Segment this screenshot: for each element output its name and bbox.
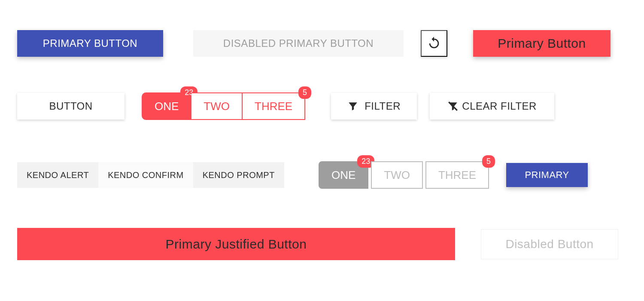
segmented-grey-item-three-label: THREE	[438, 169, 476, 182]
primary-small-label: PRIMARY	[525, 169, 569, 181]
segmented-grey-item-three-badge: 5	[482, 155, 495, 168]
disabled-button-label: Disabled Button	[505, 237, 593, 251]
kendo-confirm-label: KENDO CONFIRM	[108, 170, 184, 180]
segmented-red-item-three[interactable]: THREE 5	[243, 92, 305, 120]
segmented-red-item-one-label: ONE	[155, 100, 179, 113]
segmented-grey-item-three[interactable]: THREE 5	[425, 161, 489, 189]
segmented-red-item-two[interactable]: TWO	[191, 92, 243, 120]
primary-justified-label: Primary Justified Button	[166, 237, 307, 252]
segmented-grey-item-one[interactable]: ONE 23	[319, 161, 368, 189]
clear-filter-button[interactable]: CLEAR FILTER	[430, 93, 554, 120]
segmented-group-red: ONE 23 TWO THREE 5	[142, 92, 305, 120]
refresh-button[interactable]	[421, 30, 447, 57]
kendo-prompt-button[interactable]: KENDO PROMPT	[193, 162, 284, 188]
primary-justified-button[interactable]: Primary Justified Button	[17, 228, 455, 260]
kendo-prompt-label: KENDO PROMPT	[203, 170, 275, 180]
funnel-icon	[347, 101, 358, 112]
segmented-red-item-one[interactable]: ONE 23	[142, 92, 191, 120]
kendo-confirm-button[interactable]: KENDO CONFIRM	[98, 162, 193, 188]
refresh-icon	[427, 36, 441, 51]
primary-button-red-label: Primary Button	[498, 36, 586, 51]
primary-small-button[interactable]: PRIMARY	[506, 163, 588, 187]
default-button-label: BUTTON	[49, 100, 92, 112]
primary-button-blue-label: PRIMARY BUTTON	[43, 37, 137, 49]
segmented-red-item-three-label: THREE	[255, 100, 292, 113]
segmented-grey-item-two-label: TWO	[384, 169, 410, 182]
disabled-primary-button: DISABLED PRIMARY BUTTON	[193, 30, 404, 57]
filter-button[interactable]: FILTER	[331, 93, 417, 120]
primary-button-red[interactable]: Primary Button	[473, 30, 611, 57]
kendo-alert-button[interactable]: KENDO ALERT	[17, 162, 98, 188]
segmented-group-grey: ONE 23 TWO THREE 5	[319, 161, 489, 189]
primary-button-blue[interactable]: PRIMARY BUTTON	[17, 30, 163, 57]
disabled-primary-button-label: DISABLED PRIMARY BUTTON	[223, 37, 374, 49]
clear-filter-button-label: CLEAR FILTER	[462, 100, 537, 112]
funnel-clear-icon	[447, 101, 459, 112]
segmented-grey-item-one-label: ONE	[331, 169, 355, 182]
segmented-red-item-two-label: TWO	[204, 100, 230, 113]
disabled-button: Disabled Button	[481, 229, 618, 259]
filter-button-label: FILTER	[365, 100, 401, 112]
default-button[interactable]: BUTTON	[17, 93, 125, 120]
kendo-alert-label: KENDO ALERT	[27, 170, 89, 180]
segmented-red-item-three-badge: 5	[298, 86, 311, 99]
dialog-button-group: KENDO ALERT KENDO CONFIRM KENDO PROMPT	[17, 162, 284, 188]
segmented-grey-item-two[interactable]: TWO	[371, 161, 423, 189]
